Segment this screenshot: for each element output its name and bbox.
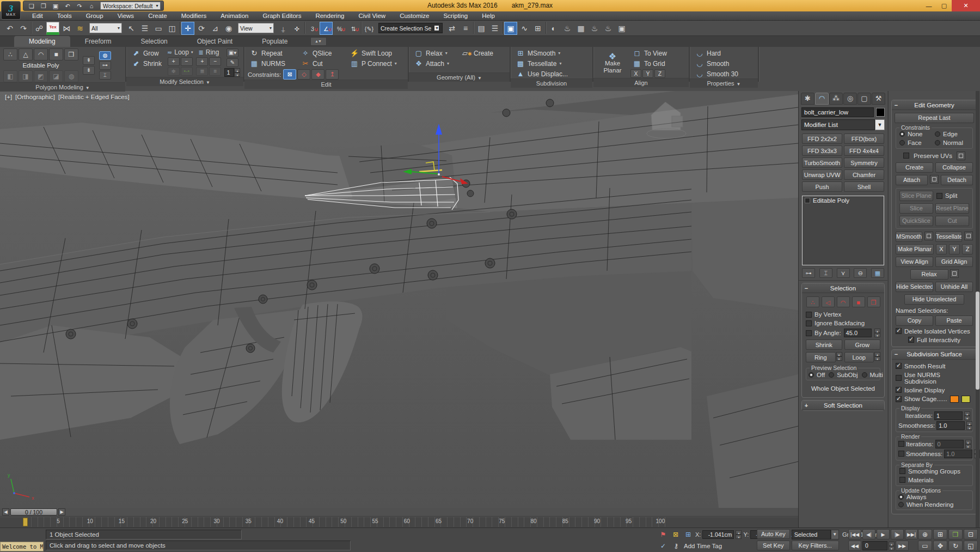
- select-and-rotate-icon[interactable]: ⟳: [195, 22, 208, 35]
- snap-toggle-3d-icon[interactable]: 3: [306, 22, 319, 35]
- constraint-normal-radio[interactable]: Normal: [935, 139, 969, 147]
- modifier-down-button[interactable]: ⇟: [83, 66, 95, 75]
- make-planar-button[interactable]: ❖ Make Planar: [597, 52, 628, 75]
- ribbon-toggle-icon[interactable]: ▣: [504, 22, 517, 35]
- cut-button[interactable]: Cut: [935, 216, 969, 226]
- modifier-button[interactable]: Shell: [844, 181, 884, 192]
- paste-button[interactable]: Paste: [935, 316, 973, 326]
- menu-item[interactable]: Civil View: [351, 11, 393, 21]
- zoom-icon[interactable]: ⊕: [918, 529, 932, 539]
- relax-button[interactable]: Relax: [910, 269, 948, 280]
- previous-key-icon[interactable]: ◀◀: [848, 541, 861, 551]
- menu-item[interactable]: Help: [475, 11, 502, 21]
- ignore-backfacing-checkbox[interactable]: Ignore Backfacing: [805, 319, 881, 327]
- use-pivot-center-icon[interactable]: ⍊: [277, 22, 290, 35]
- edge-mode-icon[interactable]: △: [19, 48, 33, 60]
- selection-lock-icon[interactable]: ⊠: [670, 530, 681, 539]
- current-object-label[interactable]: Editable Poly: [22, 62, 59, 69]
- collapse-stack-icon[interactable]: ◧: [3, 70, 17, 82]
- ribbon-collapse-button[interactable]: ▴ ▾: [310, 37, 327, 46]
- create-button[interactable]: ▱✱Create: [460, 48, 495, 58]
- minimize-button[interactable]: —: [921, 0, 936, 11]
- swift-loop-button[interactable]: ⚡Swift Loop: [348, 48, 394, 58]
- materials-checkbox[interactable]: Materials: [898, 476, 970, 484]
- menu-item[interactable]: Modifiers: [174, 11, 214, 21]
- modifier-button[interactable]: Symmetry: [844, 157, 884, 168]
- loop-button[interactable]: Loop: [844, 352, 874, 362]
- welcome-window-button[interactable]: Welcome to M: [0, 542, 44, 551]
- full-interactivity-checkbox[interactable]: Full Interactivity: [895, 336, 974, 344]
- angle-field[interactable]: 45.0: [844, 329, 872, 337]
- align-icon[interactable]: ≡: [459, 22, 472, 35]
- loop-mode-button[interactable]: ≑: [168, 67, 180, 76]
- preview-multi-radio[interactable]: Multi: [862, 371, 883, 379]
- angle-spinner[interactable]: ▲▼: [874, 329, 880, 337]
- ring-button[interactable]: Ring: [806, 352, 836, 362]
- select-by-name-icon[interactable]: ☰: [138, 22, 151, 35]
- display-iterations-field[interactable]: 1: [934, 411, 963, 420]
- smooth-edges-button[interactable]: ◡Smooth: [693, 59, 740, 68]
- hide-unselected-button[interactable]: Hide Unselected: [904, 294, 964, 305]
- previous-modifier-icon[interactable]: ◨: [19, 70, 33, 82]
- constraint-edge-radio[interactable]: Edge: [935, 130, 969, 138]
- select-and-link-icon[interactable]: ☍: [33, 22, 46, 35]
- by-vertex-checkbox[interactable]: By Vertex: [805, 310, 881, 319]
- viewport-canvas[interactable]: .w{stroke:#262626;stroke-width:1;fill:no…: [0, 91, 798, 508]
- nurms-button[interactable]: ▦NURMS: [248, 59, 298, 68]
- modifier-button[interactable]: TurboSmooth: [802, 157, 842, 168]
- modifier-stack[interactable]: Editable Poly: [802, 196, 884, 265]
- absolute-mode-icon[interactable]: ⊞: [683, 530, 694, 539]
- render-in-cloud-icon[interactable]: ♨: [602, 22, 615, 35]
- show-end-result-ribbon-icon[interactable]: ◍: [64, 70, 78, 82]
- constraint-none-radio[interactable]: None: [899, 130, 934, 138]
- element-icon[interactable]: ❒: [867, 296, 880, 307]
- grow-button[interactable]: Grow: [844, 339, 881, 350]
- polygon-icon[interactable]: ■: [852, 296, 865, 307]
- render-iterations-field[interactable]: 0: [935, 440, 964, 448]
- edge-icon[interactable]: ◁: [822, 296, 835, 307]
- show-end-result-toggle[interactable]: ◍: [99, 51, 111, 60]
- render-smoothness-checkbox[interactable]: [898, 451, 904, 457]
- grow-button[interactable]: ⬈Grow: [130, 48, 161, 58]
- attach-settings-button[interactable]: [930, 175, 939, 184]
- isolate-mode-toggle[interactable]: ⌶: [99, 71, 111, 80]
- align-z-button[interactable]: Z: [654, 69, 665, 78]
- view-align-button[interactable]: View Align: [896, 257, 933, 267]
- frame-spinner[interactable]: ▲▼: [889, 542, 895, 550]
- modify-selection-footer[interactable]: Modify Selection▼: [126, 77, 243, 86]
- relax-settings-button[interactable]: [950, 269, 959, 278]
- msmooth-button[interactable]: ⊞MSmooth▾: [514, 48, 570, 58]
- menu-item[interactable]: Create: [141, 11, 174, 21]
- select-and-manipulate-icon[interactable]: ✜: [290, 22, 303, 35]
- bind-to-spacewarp-icon[interactable]: ≋: [74, 22, 87, 35]
- curve-editor-icon[interactable]: ∿: [518, 22, 531, 35]
- selection-lock-flyout[interactable]: ▣▾: [226, 48, 238, 57]
- element-mode-icon[interactable]: ❒: [64, 48, 78, 60]
- loop-grow-button[interactable]: +: [168, 57, 180, 66]
- maximize-viewport-icon[interactable]: ◱: [964, 541, 978, 551]
- quickslice-button[interactable]: QuickSlice: [899, 216, 933, 226]
- shrink-button[interactable]: ⬋Shrink: [130, 59, 164, 68]
- pan-icon[interactable]: ✥: [933, 541, 947, 551]
- remove-modifier-icon[interactable]: ⊖: [854, 268, 867, 278]
- select-and-move-icon[interactable]: ✛: [181, 22, 194, 35]
- modifier-button[interactable]: Unwrap UVW: [802, 169, 842, 180]
- slice-button[interactable]: Slice: [899, 203, 933, 214]
- window-crossing-icon[interactable]: ◫: [166, 22, 179, 35]
- preserve-uvs-settings-button[interactable]: [957, 151, 965, 160]
- planar-z-button[interactable]: Z: [962, 244, 973, 254]
- next-frame-icon[interactable]: |▶: [891, 529, 904, 539]
- display-smoothness-field[interactable]: 1.0: [936, 421, 965, 430]
- detach-button[interactable]: Detach: [941, 175, 973, 185]
- dot-ring-button[interactable]: ≡: [209, 67, 221, 76]
- redo-icon[interactable]: ↷: [17, 22, 30, 35]
- preview-subobj-radio[interactable]: SubObj: [829, 371, 857, 379]
- open-file-icon[interactable]: ❒: [38, 2, 49, 10]
- schematic-view-icon[interactable]: ⊞: [531, 22, 544, 35]
- new-file-icon[interactable]: ❏: [26, 2, 37, 10]
- ribbon-tab[interactable]: Selection: [126, 36, 182, 47]
- spinner-snap-icon[interactable]: ⇅: [347, 22, 360, 35]
- max-application-button[interactable]: 3 MAX: [1, 1, 21, 20]
- create-button[interactable]: Create: [896, 162, 933, 173]
- properties-footer[interactable]: Properties▼: [690, 78, 758, 88]
